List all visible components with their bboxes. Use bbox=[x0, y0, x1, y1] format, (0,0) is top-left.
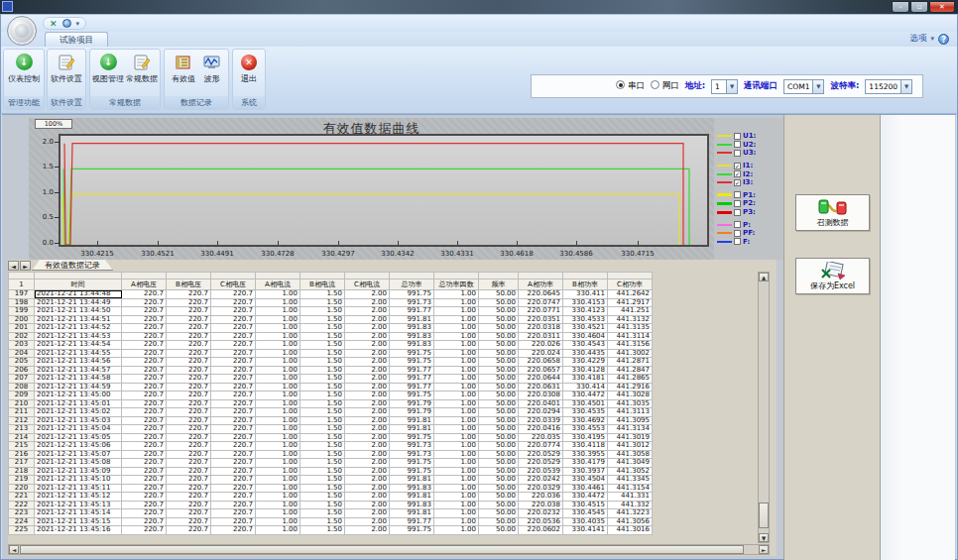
table-cell[interactable]: 220.7 bbox=[211, 315, 256, 324]
row-number-cell[interactable]: 220 bbox=[9, 484, 35, 493]
table-cell[interactable]: 220.7 bbox=[211, 399, 256, 408]
table-cell[interactable]: 220.7 bbox=[167, 493, 211, 502]
row-number-cell[interactable]: 210 bbox=[9, 399, 35, 408]
table-cell[interactable]: 220.0529 bbox=[519, 450, 563, 459]
table-cell[interactable]: 1.00 bbox=[256, 298, 300, 307]
quick-access-caret-icon[interactable]: ▾ bbox=[76, 20, 80, 28]
table-cell[interactable]: 441.2847 bbox=[608, 366, 653, 375]
table-cell[interactable]: 330.4472 bbox=[563, 493, 608, 502]
table-cell[interactable]: 1.00 bbox=[256, 399, 300, 408]
table-cell[interactable]: 220.7 bbox=[122, 476, 167, 485]
table-cell[interactable]: 991.73 bbox=[390, 450, 434, 459]
table-cell[interactable]: 1.00 bbox=[434, 467, 479, 476]
table-cell[interactable]: 2021-12-21 13:44:48 bbox=[35, 290, 122, 299]
table-cell[interactable]: 1.00 bbox=[434, 484, 479, 493]
table-cell[interactable]: 1.00 bbox=[434, 425, 479, 434]
table-cell[interactable]: 220.7 bbox=[167, 332, 211, 341]
scroll-right-icon[interactable]: ► bbox=[759, 545, 769, 554]
column-header[interactable]: 总功率 bbox=[390, 280, 434, 290]
table-cell[interactable]: 1.00 bbox=[256, 315, 300, 324]
table-cell[interactable]: 2021-12-21 13:44:59 bbox=[35, 383, 122, 392]
table-cell[interactable]: 2021-12-21 13:45:08 bbox=[35, 459, 122, 468]
row-number-cell[interactable]: 215 bbox=[9, 442, 35, 451]
table-cell[interactable]: 2.00 bbox=[345, 349, 390, 358]
table-cell[interactable]: 441.3056 bbox=[608, 517, 653, 526]
table-cell[interactable]: 2021-12-21 13:45:11 bbox=[35, 484, 122, 493]
table-cell[interactable]: 220.7 bbox=[122, 517, 167, 526]
table-cell[interactable]: 220.7 bbox=[167, 484, 211, 493]
row-number-cell[interactable]: 222 bbox=[9, 501, 35, 509]
table-cell[interactable]: 441.3002 bbox=[608, 349, 653, 358]
scroll-up-icon[interactable]: ▲ bbox=[759, 273, 769, 281]
table-cell[interactable]: 330.4181 bbox=[563, 375, 608, 384]
table-cell[interactable]: 1.50 bbox=[300, 484, 345, 493]
table-cell[interactable]: 220.0645 bbox=[519, 290, 563, 299]
table-cell[interactable]: 991.75 bbox=[390, 433, 434, 442]
table-cell[interactable]: 330.4435 bbox=[563, 349, 608, 358]
table-cell[interactable]: 2.00 bbox=[345, 332, 390, 341]
table-cell[interactable]: 220.7 bbox=[122, 484, 167, 493]
legend-checkbox[interactable] bbox=[734, 150, 741, 157]
software-settings-button[interactable]: 软件设置 bbox=[51, 51, 82, 84]
table-cell[interactable]: 330.4553 bbox=[563, 425, 608, 434]
table-cell[interactable]: 220.0747 bbox=[519, 298, 563, 307]
row-number-cell[interactable]: 209 bbox=[9, 392, 35, 400]
options-menu[interactable]: 选项 bbox=[909, 33, 926, 45]
table-cell[interactable]: 2021-12-21 13:45:13 bbox=[35, 501, 122, 509]
table-cell[interactable]: 441.3012 bbox=[608, 442, 653, 451]
table-cell[interactable]: 1.50 bbox=[300, 324, 345, 333]
column-header[interactable]: A相功率 bbox=[519, 280, 563, 290]
horizontal-scrollbar[interactable]: ◄ ► bbox=[8, 544, 770, 555]
table-cell[interactable]: 2.00 bbox=[345, 476, 390, 485]
table-cell[interactable]: 220.7 bbox=[167, 383, 211, 392]
table-cell[interactable]: 2021-12-21 13:45:07 bbox=[35, 450, 122, 459]
table-cell[interactable]: 1.00 bbox=[434, 416, 479, 425]
table-cell[interactable]: 220.7 bbox=[211, 341, 256, 350]
table-cell[interactable]: 991.77 bbox=[390, 366, 434, 375]
table-cell[interactable]: 1.00 bbox=[256, 459, 300, 468]
save-excel-button[interactable]: 保存为Excel bbox=[795, 258, 870, 294]
table-cell[interactable]: 1.50 bbox=[300, 467, 345, 476]
table-cell[interactable]: 2.00 bbox=[345, 442, 390, 451]
table-cell[interactable]: 220.7 bbox=[167, 358, 211, 367]
row-number-cell[interactable]: 207 bbox=[9, 375, 35, 384]
excel-icon[interactable]: ✕ bbox=[50, 19, 58, 29]
regular-data-button[interactable]: 常规数据 bbox=[126, 51, 158, 84]
table-cell[interactable]: 1.00 bbox=[256, 517, 300, 526]
table-cell[interactable]: 991.75 bbox=[390, 459, 434, 468]
scroll-down-icon[interactable]: ▼ bbox=[759, 533, 769, 542]
table-cell[interactable]: 2.00 bbox=[345, 399, 390, 408]
table-cell[interactable]: 1.00 bbox=[434, 459, 479, 468]
table-cell[interactable]: 991.73 bbox=[390, 298, 434, 307]
table-cell[interactable]: 220.7 bbox=[167, 341, 211, 350]
table-cell[interactable]: 991.81 bbox=[390, 476, 434, 485]
table-cell[interactable]: 2021-12-21 13:44:57 bbox=[35, 366, 122, 375]
table-cell[interactable]: 220.7 bbox=[122, 375, 167, 384]
table-cell[interactable]: 220.7 bbox=[167, 375, 211, 384]
options-caret-icon[interactable]: ▾ bbox=[930, 35, 934, 43]
legend-checkbox[interactable] bbox=[734, 230, 741, 237]
table-cell[interactable]: 330.4515 bbox=[563, 501, 608, 509]
table-cell[interactable]: 441.3134 bbox=[608, 425, 653, 434]
table-cell[interactable]: 2.00 bbox=[345, 459, 390, 468]
table-cell[interactable]: 991.75 bbox=[390, 392, 434, 400]
scroll-left-icon[interactable]: ◄ bbox=[9, 545, 19, 554]
table-cell[interactable]: 220.7 bbox=[211, 332, 256, 341]
table-cell[interactable]: 2.00 bbox=[345, 358, 390, 367]
table-cell[interactable]: 991.75 bbox=[390, 349, 434, 358]
corner-header-cell[interactable]: 1 bbox=[9, 280, 35, 290]
table-cell[interactable]: 220.7 bbox=[122, 433, 167, 442]
table-cell[interactable]: 50.00 bbox=[479, 501, 519, 509]
table-cell[interactable]: 50.00 bbox=[479, 366, 519, 375]
table-cell[interactable]: 991.83 bbox=[390, 332, 434, 341]
table-cell[interactable]: 1.50 bbox=[300, 298, 345, 307]
legend-checkbox[interactable] bbox=[734, 141, 741, 148]
tab-test-project[interactable]: 试验项目 bbox=[45, 32, 108, 47]
table-cell[interactable]: 441.3058 bbox=[608, 450, 653, 459]
table-cell[interactable]: 1.00 bbox=[434, 307, 479, 316]
table-cell[interactable]: 1.50 bbox=[300, 392, 345, 400]
serial-radio[interactable]: 串口 bbox=[616, 80, 645, 92]
row-number-cell[interactable]: 214 bbox=[9, 433, 35, 442]
table-cell[interactable]: 220.7 bbox=[211, 501, 256, 509]
table-cell[interactable]: 50.00 bbox=[479, 392, 519, 400]
